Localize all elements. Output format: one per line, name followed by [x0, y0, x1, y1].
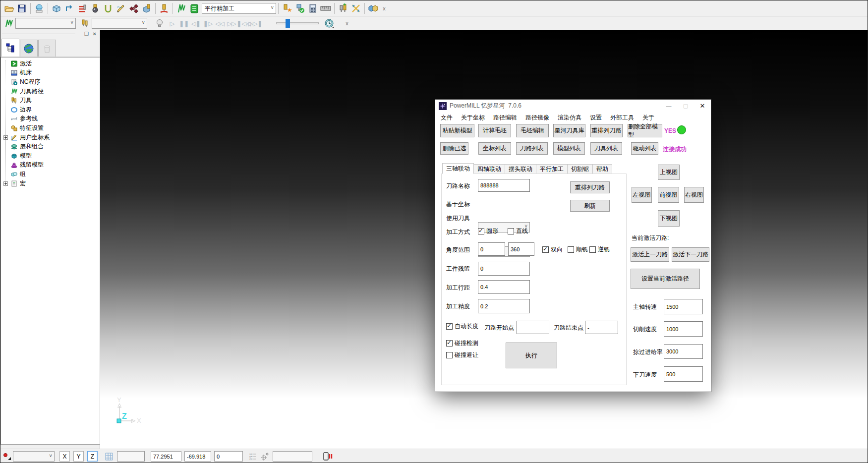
expand-icon[interactable] — [1, 135, 10, 140]
tree-item-nc-program[interactable]: NC程序 — [1, 77, 100, 87]
probe-tool-icon[interactable] — [2, 452, 11, 461]
tree-item-boundary[interactable]: 边界 — [1, 105, 100, 115]
feature-block-icon[interactable] — [140, 2, 153, 15]
tool-pair-icon[interactable] — [337, 2, 349, 15]
toolpath-strategy-icon[interactable] — [63, 2, 76, 15]
close-button[interactable]: ✕ — [694, 100, 711, 112]
animation-toolbar-close-button[interactable]: x — [343, 19, 351, 28]
skim-feed-input[interactable]: 3000 — [664, 344, 703, 359]
axis-x-button[interactable]: X — [59, 451, 70, 462]
checkbox-icon[interactable] — [508, 228, 514, 234]
tab-saw[interactable]: 切割锯 — [568, 164, 593, 174]
tool-holder-icon[interactable] — [158, 2, 171, 15]
cutting-speed-input[interactable]: 1000 — [664, 321, 703, 337]
checkbox-icon[interactable] — [446, 352, 453, 358]
view-top-button[interactable]: 上视图 — [658, 165, 680, 180]
checkbox-icon[interactable] — [589, 246, 596, 253]
menu-about[interactable]: 关于 — [642, 114, 654, 122]
measure-icon[interactable] — [319, 2, 332, 15]
coord-list-button[interactable]: 坐标列表 — [478, 142, 511, 155]
machining-strategy-dropdown[interactable]: 平行精加工 ˅ — [202, 3, 276, 14]
xyz-list-icon[interactable]: x=y=z= — [249, 452, 257, 461]
pause-button[interactable]: ❚❚ — [178, 18, 190, 29]
tolerance-input[interactable]: 0.2 — [478, 299, 530, 313]
angle-start-input[interactable]: 0 — [478, 242, 505, 256]
step-back-button[interactable]: ◁❚ — [190, 18, 202, 29]
tab-4axis[interactable]: 四轴联动 — [474, 164, 505, 174]
checkbox-checked-icon[interactable] — [542, 246, 549, 253]
ball-tool-icon[interactable] — [89, 2, 102, 15]
grid-snap-icon[interactable] — [104, 452, 114, 462]
start-point-input[interactable] — [517, 321, 549, 334]
calc-stock-button[interactable]: 计算毛坯 — [478, 124, 511, 137]
save-icon[interactable] — [15, 2, 28, 15]
z-levels-icon[interactable] — [76, 2, 89, 15]
maximize-button[interactable]: ▢ — [677, 100, 694, 112]
calculator-icon[interactable] — [306, 2, 319, 15]
angle-end-input[interactable]: 360 — [508, 242, 534, 256]
menu-external-tools[interactable]: 外部工具 — [610, 114, 634, 122]
conventional-checkbox[interactable]: 逆铣 — [589, 245, 610, 254]
axis-z-button[interactable]: Z — [87, 451, 98, 462]
step-forward-button[interactable]: ❚▷ — [202, 18, 214, 29]
checkbox-checked-icon[interactable] — [446, 323, 453, 330]
panel-float-icon[interactable]: ❐ — [84, 31, 89, 37]
auto-length-checkbox[interactable]: 自动长度 — [446, 322, 478, 331]
tab-parallel[interactable]: 平行加工 — [536, 164, 568, 174]
active-toolpath-dropdown[interactable]: ˅ — [15, 18, 76, 29]
tool-list-button[interactable]: 刀具列表 — [590, 142, 622, 155]
compare-blocks-icon[interactable] — [367, 2, 380, 15]
locator-icon[interactable] — [260, 452, 270, 461]
open-file-icon[interactable] — [2, 2, 15, 15]
tab-help[interactable]: 帮助 — [593, 164, 612, 174]
tree-item-machine[interactable]: 机床 — [1, 68, 100, 78]
toolpath-star-icon[interactable] — [281, 2, 293, 15]
view-right-button[interactable]: 右视图 — [684, 187, 704, 203]
view-bottom-button[interactable]: 下视图 — [658, 210, 680, 227]
climb-checkbox[interactable]: 顺铣 — [568, 245, 588, 254]
transform-cross-icon[interactable] — [349, 2, 362, 15]
paste-new-model-button[interactable]: 粘贴新模型 — [440, 124, 474, 137]
view-front-button[interactable]: 前视图 — [658, 187, 679, 203]
edit-stock-button[interactable]: 毛坯编辑 — [516, 124, 549, 137]
active-tool-dropdown[interactable]: ˅ — [92, 18, 147, 29]
tab-3axis[interactable]: 三轴联动 — [442, 163, 474, 174]
statusbar-dropdown[interactable]: ˅ — [13, 451, 55, 462]
stepover-input[interactable]: 0.4 — [478, 280, 530, 294]
mode-line-checkbox[interactable]: 直线 — [508, 227, 528, 235]
toolpath-name-input[interactable]: 888888 — [478, 179, 530, 192]
device-pause-icon[interactable] — [322, 452, 333, 462]
boundary-icon[interactable] — [102, 2, 115, 15]
strategy-list-icon[interactable] — [188, 2, 201, 15]
tree-item-tool[interactable]: 刀具 — [1, 96, 100, 105]
menu-settings[interactable]: 设置 — [590, 114, 602, 122]
go-to-start-button[interactable]: ❚◁◁ — [237, 18, 249, 29]
print-sphere-icon[interactable] — [33, 2, 46, 15]
expand-icon[interactable] — [1, 181, 10, 186]
toolpath-spring-icon[interactable] — [175, 2, 188, 15]
rearrange-toolpaths-button[interactable]: 重排列刀路 — [590, 124, 623, 137]
rewind-button[interactable]: ◁◁ — [214, 18, 226, 29]
rearrange-button[interactable]: 重排列刀路 — [570, 181, 610, 193]
tab-explorer-tree[interactable] — [1, 39, 19, 57]
checkbox-icon[interactable] — [568, 246, 574, 253]
bulb-icon[interactable] — [153, 17, 166, 30]
axis-y-button[interactable]: Y — [73, 451, 84, 462]
tree-item-pattern[interactable]: 参考线 — [1, 115, 100, 124]
bidirectional-checkbox[interactable]: 双向 — [542, 245, 563, 254]
fast-forward-button[interactable]: ▷▷ — [226, 18, 237, 29]
execute-button[interactable]: 执行 — [506, 343, 557, 368]
checkbox-checked-icon[interactable] — [446, 340, 453, 347]
pattern-pencil-icon[interactable] — [115, 2, 127, 15]
menu-path-edit[interactable]: 路径编辑 — [493, 114, 517, 122]
tree-item-activate[interactable]: 激活 — [1, 59, 100, 68]
tab-explorer-web[interactable] — [20, 40, 38, 57]
speed-slider[interactable] — [276, 22, 319, 24]
drive-list-button[interactable]: 驱动列表 — [631, 142, 658, 155]
tree-item-workplane[interactable]: 用户坐标系 — [1, 133, 100, 142]
toolbar-close-button[interactable]: x — [380, 4, 389, 13]
minimize-button[interactable]: — — [660, 100, 677, 112]
clock-icon[interactable] — [323, 17, 336, 30]
mode-circle-checkbox[interactable]: 圆形 — [478, 227, 498, 235]
play-button[interactable]: ▷ — [166, 18, 178, 29]
